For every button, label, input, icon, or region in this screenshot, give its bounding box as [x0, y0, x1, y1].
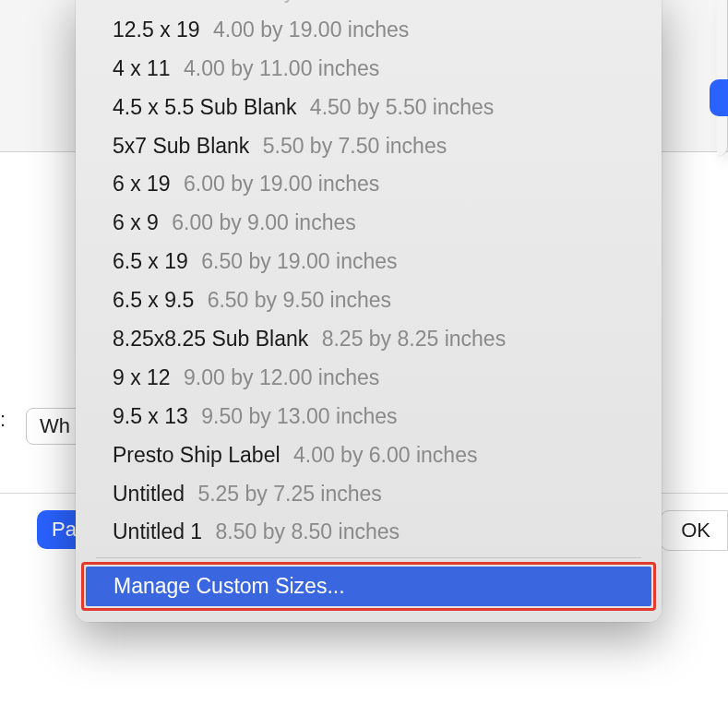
paper-size-dimensions: 6.50 by 9.50 inches: [208, 288, 391, 312]
paper-size-option[interactable]: 4 x 11 4.00 by 11.00 inches: [76, 50, 662, 89]
paper-size-name: 9 x 12: [113, 365, 171, 389]
paper-size-name: Untitled: [113, 482, 185, 506]
background-primary-button-partial[interactable]: [710, 79, 728, 116]
paper-size-option[interactable]: 6.5 x 9.5 6.50 by 9.50 inches: [76, 281, 662, 320]
paper-size-dimensions: 8.25 by 8.25 inches: [322, 327, 506, 351]
paper-size-option[interactable]: 6 x 9 6.00 by 9.00 inches: [76, 204, 662, 243]
paper-size-option[interactable]: 9 x 12 9.00 by 12.00 inches: [76, 359, 662, 398]
ok-button[interactable]: OK: [660, 510, 728, 551]
paper-size-option[interactable]: 9.5 x 13 9.50 by 13.00 inches: [76, 398, 662, 436]
paper-size-dropdown: 11.5 x 24 11.50 by 24.00 inches 12.5 x 1…: [76, 0, 662, 622]
paper-size-dimensions: 5.25 by 7.25 inches: [197, 482, 381, 506]
paper-size-name: 8.25x8.25 Sub Blank: [113, 327, 308, 351]
paper-size-option[interactable]: 11.5 x 24 11.50 by 24.00 inches: [76, 0, 662, 11]
paper-size-dimensions: 6.00 by 9.00 inches: [172, 210, 355, 234]
paper-size-name: Untitled 1: [113, 519, 202, 543]
paper-size-name: 4 x 11: [113, 56, 171, 80]
paper-size-name: 6 x 19: [113, 172, 171, 196]
paper-size-name: 6.5 x 9.5: [113, 288, 194, 312]
paper-size-option[interactable]: 5x7 Sub Blank 5.50 by 7.50 inches: [76, 127, 662, 166]
paper-size-dimensions: 6.50 by 19.00 inches: [201, 249, 397, 273]
paper-size-option[interactable]: Presto Ship Label 4.00 by 6.00 inches: [76, 436, 662, 475]
paper-size-dimensions: 4.00 by 11.00 inches: [184, 56, 379, 80]
paper-size-dimensions: 9.00 by 12.00 inches: [184, 365, 379, 389]
paper-size-dimensions: 4.00 by 6.00 inches: [293, 443, 477, 467]
paper-size-option[interactable]: 6 x 19 6.00 by 19.00 inches: [76, 165, 662, 204]
paper-size-name: 9.5 x 13: [113, 404, 188, 428]
paper-size-option[interactable]: Untitled 1 8.50 by 8.50 inches: [76, 513, 662, 552]
paper-size-dimensions: 8.50 by 8.50 inches: [216, 519, 400, 543]
paper-size-name: Presto Ship Label: [113, 443, 280, 467]
highlight-annotation: Manage Custom Sizes...: [81, 562, 656, 611]
paper-size-name: 6.5 x 19: [113, 249, 188, 273]
background-label-colon: :: [0, 408, 6, 432]
paper-size-dimensions: 11.50 by 24.00 inches: [213, 0, 421, 3]
paper-size-option[interactable]: Untitled 5.25 by 7.25 inches: [76, 475, 662, 514]
background-window-edge: [717, 0, 728, 157]
paper-size-dimensions: 6.00 by 19.00 inches: [184, 172, 379, 196]
manage-custom-sizes-item[interactable]: Manage Custom Sizes...: [86, 567, 651, 606]
paper-size-name: 5x7 Sub Blank: [113, 134, 249, 158]
paper-size-option[interactable]: 6.5 x 19 6.50 by 19.00 inches: [76, 243, 662, 281]
paper-size-name: 12.5 x 19: [113, 18, 200, 42]
paper-size-dimensions: 4.00 by 19.00 inches: [213, 18, 409, 42]
paper-size-option[interactable]: 12.5 x 19 4.00 by 19.00 inches: [76, 11, 662, 50]
menu-separator: [96, 557, 641, 558]
paper-size-name: 4.5 x 5.5 Sub Blank: [113, 95, 296, 119]
paper-size-name: 11.5 x 24: [113, 0, 200, 3]
paper-size-list: 11.5 x 24 11.50 by 24.00 inches 12.5 x 1…: [76, 0, 662, 552]
paper-size-dimensions: 4.50 by 5.50 inches: [310, 95, 494, 119]
paper-size-dimensions: 9.50 by 13.00 inches: [201, 404, 397, 428]
paper-size-option[interactable]: 8.25x8.25 Sub Blank 8.25 by 8.25 inches: [76, 320, 662, 359]
paper-size-option[interactable]: 4.5 x 5.5 Sub Blank 4.50 by 5.50 inches: [76, 89, 662, 127]
paper-size-dimensions: 5.50 by 7.50 inches: [263, 134, 447, 158]
paper-size-name: 6 x 9: [113, 210, 159, 234]
